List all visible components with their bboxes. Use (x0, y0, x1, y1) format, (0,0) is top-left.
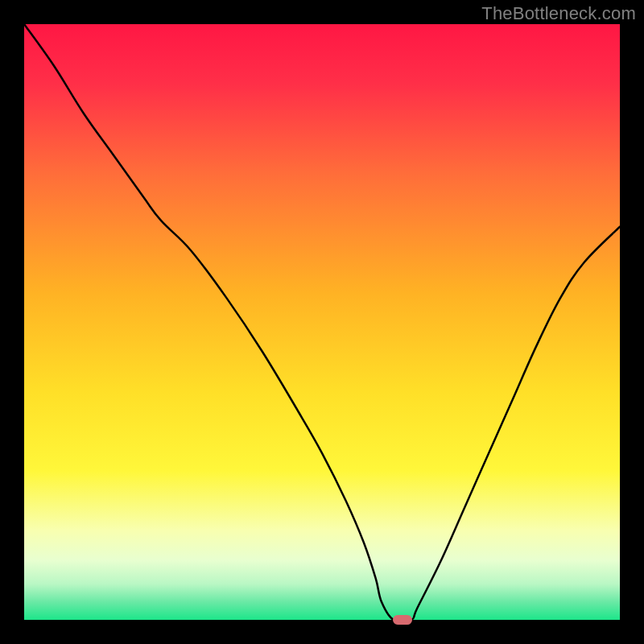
plot-area (24, 24, 620, 620)
curve-layer (24, 24, 620, 620)
optimal-point-marker (393, 615, 412, 625)
watermark-label: TheBottleneck.com (481, 3, 636, 24)
chart-frame: TheBottleneck.com (0, 0, 644, 644)
bottleneck-curve (24, 24, 620, 622)
